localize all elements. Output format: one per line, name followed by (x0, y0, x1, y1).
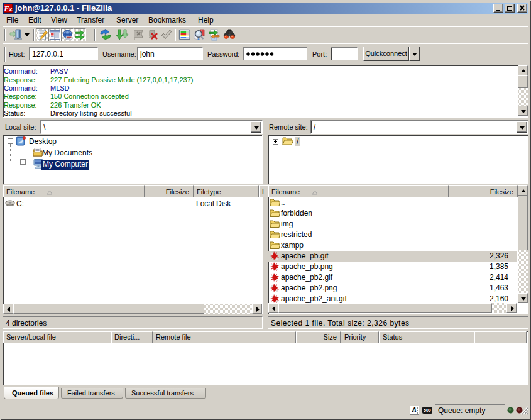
svg-text:Fz: Fz (4, 4, 13, 13)
